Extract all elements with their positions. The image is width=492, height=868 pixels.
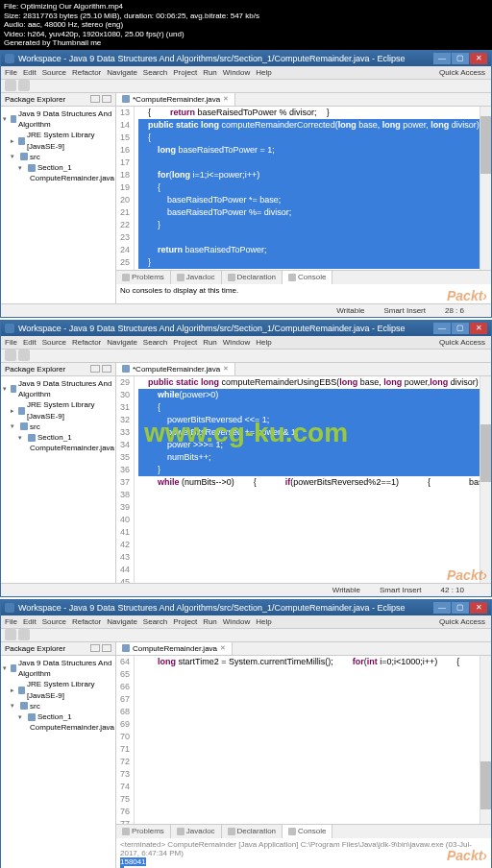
tree-src[interactable]: src [30, 701, 40, 711]
code-editor[interactable]: 1314151617181920212223242526272829 { ret… [116, 107, 491, 270]
menu-file[interactable]: File [5, 338, 17, 347]
menu-file[interactable]: File [5, 617, 17, 626]
tree-project[interactable]: Java 9 Data Structures And Algorithm [18, 658, 113, 679]
titlebar[interactable]: Workspace - Java 9 Data Structures And A… [1, 51, 491, 66]
menu-help[interactable]: Help [256, 68, 271, 77]
maximize-icon[interactable] [102, 365, 111, 373]
console-body[interactable]: No consoles to display at this time. [116, 284, 491, 303]
tb-save-icon[interactable] [18, 629, 30, 640]
menu-edit[interactable]: Edit [23, 338, 37, 347]
tree-file[interactable]: ComputeRemainder.java [30, 722, 114, 733]
menu-project[interactable]: Project [173, 338, 197, 347]
close-icon[interactable]: ✕ [223, 365, 229, 373]
code-editor[interactable]: 646566676869707172737475767778798081 lon… [116, 656, 491, 824]
tree-section[interactable]: Section_1 [37, 162, 72, 173]
maximize-button[interactable]: ▢ [452, 53, 469, 64]
maximize-button[interactable]: ▢ [452, 602, 469, 614]
quick-access[interactable]: Quick Access [439, 338, 485, 347]
menu-help[interactable]: Help [256, 617, 271, 626]
tree-src[interactable]: src [30, 422, 40, 432]
tab-declaration[interactable]: Declaration [222, 271, 283, 284]
explorer-tab[interactable]: Package Explorer [1, 363, 115, 376]
console-body[interactable]: <terminated> ComputeRemainder [Java Appl… [116, 838, 491, 868]
menu-project[interactable]: Project [173, 617, 197, 626]
menu-run[interactable]: Run [203, 617, 217, 626]
close-icon[interactable]: ✕ [223, 95, 229, 103]
tab-javadoc[interactable]: Javadoc [171, 825, 222, 838]
menu-refactor[interactable]: Refactor [72, 338, 101, 347]
explorer-tab[interactable]: Package Explorer [1, 93, 115, 107]
tree-project[interactable]: Java 9 Data Structures And Algorithm [18, 378, 113, 399]
close-button[interactable]: ✕ [470, 323, 487, 334]
menu-navigate[interactable]: Navigate [107, 617, 137, 626]
tab-javadoc[interactable]: Javadoc [171, 271, 222, 284]
scrollbar-vertical[interactable] [480, 376, 491, 583]
editor-tab[interactable]: *ComputeRemainder.java ✕ [116, 363, 235, 375]
minimize-button[interactable]: — [433, 53, 451, 64]
tab-problems[interactable]: Problems [116, 271, 171, 284]
minimize-button[interactable]: — [433, 323, 451, 334]
project-tree[interactable]: ▾Java 9 Data Structures And Algorithm ▸J… [1, 656, 115, 735]
tab-console[interactable]: Console [283, 825, 332, 838]
editor-tab[interactable]: ComputeRemainder.java ✕ [116, 642, 233, 655]
tb-new-icon[interactable] [5, 629, 16, 640]
menu-window[interactable]: Window [223, 617, 250, 626]
menu-run[interactable]: Run [203, 338, 217, 347]
tb-new-icon[interactable] [5, 350, 16, 361]
tree-section[interactable]: Section_1 [37, 432, 72, 443]
menu-help[interactable]: Help [256, 338, 271, 347]
menu-source[interactable]: Source [42, 68, 66, 77]
quick-access[interactable]: Quick Access [439, 68, 485, 77]
close-icon[interactable]: ✕ [220, 644, 226, 652]
tree-file[interactable]: ComputeRemainder.java [30, 443, 114, 453]
menu-file[interactable]: File [5, 68, 17, 77]
minimize-icon[interactable] [90, 365, 100, 373]
tree-section[interactable]: Section_1 [37, 711, 72, 722]
minimize-button[interactable]: — [433, 602, 451, 614]
menu-project[interactable]: Project [173, 68, 197, 77]
tree-jre[interactable]: JRE System Library [JavaSE-9] [27, 679, 113, 700]
quick-access[interactable]: Quick Access [439, 617, 485, 626]
tab-problems[interactable]: Problems [116, 825, 171, 838]
close-button[interactable]: ✕ [470, 602, 487, 614]
minimize-icon[interactable] [90, 644, 100, 652]
maximize-icon[interactable] [102, 95, 111, 103]
explorer-tab[interactable]: Package Explorer [1, 642, 115, 656]
tb-new-icon[interactable] [5, 80, 16, 91]
editor-tab[interactable]: *ComputeRemainder.java ✕ [116, 93, 235, 106]
maximize-button[interactable]: ▢ [452, 323, 469, 334]
tab-declaration[interactable]: Declaration [222, 825, 283, 838]
titlebar[interactable]: Workspace - Java 9 Data Structures And A… [1, 600, 491, 615]
menu-refactor[interactable]: Refactor [72, 617, 101, 626]
close-button[interactable]: ✕ [470, 53, 487, 64]
scrollbar-vertical[interactable] [480, 107, 491, 270]
tb-save-icon[interactable] [18, 80, 30, 91]
menu-window[interactable]: Window [223, 68, 250, 77]
menu-search[interactable]: Search [143, 68, 167, 77]
menu-search[interactable]: Search [143, 338, 167, 347]
tree-file[interactable]: ComputeRemainder.java [30, 173, 114, 183]
maximize-icon[interactable] [102, 644, 111, 652]
menu-source[interactable]: Source [42, 338, 66, 347]
project-tree[interactable]: ▾Java 9 Data Structures And Algorithm ▸J… [1, 376, 115, 455]
tree-jre[interactable]: JRE System Library [JavaSE-9] [27, 399, 113, 421]
project-tree[interactable]: ▾Java 9 Data Structures And Algorithm ▸J… [1, 107, 115, 185]
tree-src[interactable]: src [30, 152, 40, 162]
menu-source[interactable]: Source [42, 617, 66, 626]
tb-save-icon[interactable] [18, 350, 30, 361]
menu-navigate[interactable]: Navigate [107, 338, 137, 347]
menu-search[interactable]: Search [143, 617, 167, 626]
tab-console[interactable]: Console [283, 271, 332, 284]
code-editor[interactable]: 2930313233343536373839404142434445464748… [116, 376, 491, 583]
minimize-icon[interactable] [90, 95, 100, 103]
menu-window[interactable]: Window [223, 338, 250, 347]
tree-jre[interactable]: JRE System Library [JavaSE-9] [27, 130, 113, 151]
titlebar[interactable]: Workspace - Java 9 Data Structures And A… [1, 321, 491, 336]
menu-edit[interactable]: Edit [23, 68, 37, 77]
menu-edit[interactable]: Edit [23, 617, 37, 626]
scrollbar-vertical[interactable] [480, 656, 491, 824]
menu-refactor[interactable]: Refactor [72, 68, 101, 77]
menu-run[interactable]: Run [203, 68, 217, 77]
tree-project[interactable]: Java 9 Data Structures And Algorithm [18, 108, 113, 130]
menu-navigate[interactable]: Navigate [107, 68, 137, 77]
